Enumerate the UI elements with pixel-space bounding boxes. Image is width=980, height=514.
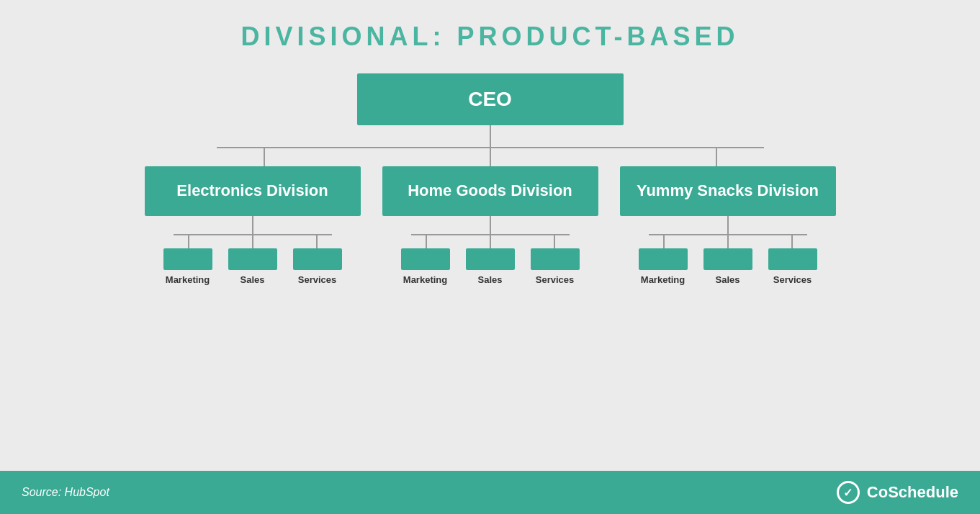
ys-marketing-label: Marketing xyxy=(641,274,685,285)
drop-line-3 xyxy=(716,148,717,166)
ys-v-connector xyxy=(727,216,729,234)
ceo-vertical-connector xyxy=(490,125,491,147)
division-col-electronics: Electronics Division Marketing Sales xyxy=(145,166,361,285)
electronics-division-box: Electronics Division xyxy=(145,166,361,216)
elec-drop-3 xyxy=(316,235,318,248)
ys-drop-1 xyxy=(663,235,665,248)
hg-services: Services xyxy=(529,248,581,285)
hg-sub-connectors xyxy=(411,235,570,248)
page-title: DIVISIONAL: PRODUCT-BASED xyxy=(240,22,739,52)
drop-line-1 xyxy=(264,148,265,166)
hg-drop-3 xyxy=(554,235,555,248)
hg-sales: Sales xyxy=(464,248,516,285)
ys-sales-box xyxy=(703,248,752,270)
elec-sales: Sales xyxy=(227,248,279,285)
main-content: DIVISIONAL: PRODUCT-BASED CEO Electronic… xyxy=(0,0,980,471)
ys-marketing: Marketing xyxy=(637,248,689,285)
ys-sub-items: Marketing Sales Services xyxy=(637,248,819,285)
footer: Source: HubSpot ✓ CoSchedule xyxy=(0,471,980,514)
hg-drop-2 xyxy=(490,235,491,248)
elec-sub-items: Marketing Sales Services xyxy=(162,248,343,285)
ys-sales: Sales xyxy=(702,248,754,285)
division-col-yummysnacks: Yummy Snacks Division Marketing Sales xyxy=(620,166,836,285)
org-chart: CEO Electronics Division xyxy=(14,73,966,285)
elec-sales-label: Sales xyxy=(240,274,265,285)
hg-marketing-label: Marketing xyxy=(403,274,447,285)
elec-sales-box xyxy=(228,248,277,270)
hg-marketing: Marketing xyxy=(400,248,451,285)
ys-services-box xyxy=(768,248,817,270)
hg-services-label: Services xyxy=(536,274,575,285)
ys-services: Services xyxy=(767,248,819,285)
coschedule-logo-name: CoSchedule xyxy=(867,483,958,502)
coschedule-check-icon: ✓ xyxy=(837,481,860,504)
drop-line-2 xyxy=(490,148,491,166)
hg-drop-1 xyxy=(426,235,427,248)
ys-drop-3 xyxy=(791,235,793,248)
elec-marketing-box xyxy=(163,248,212,270)
ys-sub-connectors xyxy=(649,235,807,248)
elec-marketing-label: Marketing xyxy=(166,274,210,285)
ys-services-label: Services xyxy=(773,274,812,285)
elec-drop-1 xyxy=(188,235,189,248)
hg-services-box xyxy=(531,248,580,270)
ys-drop-2 xyxy=(727,235,729,248)
ys-sales-label: Sales xyxy=(716,274,740,285)
hg-sales-box xyxy=(466,248,515,270)
hg-marketing-box xyxy=(401,248,450,270)
elec-services-label: Services xyxy=(298,274,337,285)
elec-services: Services xyxy=(292,248,343,285)
elec-services-box xyxy=(293,248,342,270)
elec-marketing: Marketing xyxy=(162,248,214,285)
ys-marketing-box xyxy=(639,248,688,270)
source-text: Source: HubSpot xyxy=(22,486,109,499)
elec-drop-2 xyxy=(252,235,253,248)
logo-area: ✓ CoSchedule xyxy=(837,481,958,504)
hg-v-connector xyxy=(490,216,491,234)
yummysnacks-division-box: Yummy Snacks Division xyxy=(620,166,836,216)
top-horizontal-connector xyxy=(217,147,764,148)
hg-sub-items: Marketing Sales Services xyxy=(400,248,581,285)
hg-sales-label: Sales xyxy=(478,274,503,285)
ceo-box: CEO xyxy=(357,73,624,125)
homegoods-division-box: Home Goods Division xyxy=(382,166,598,216)
divisions-row: Electronics Division Marketing Sales xyxy=(145,166,836,285)
elec-v-connector xyxy=(252,216,253,234)
elec-sub-connectors xyxy=(174,235,332,248)
division-drop-connectors xyxy=(217,148,764,166)
division-col-homegoods: Home Goods Division Marketing Sales xyxy=(382,166,598,285)
